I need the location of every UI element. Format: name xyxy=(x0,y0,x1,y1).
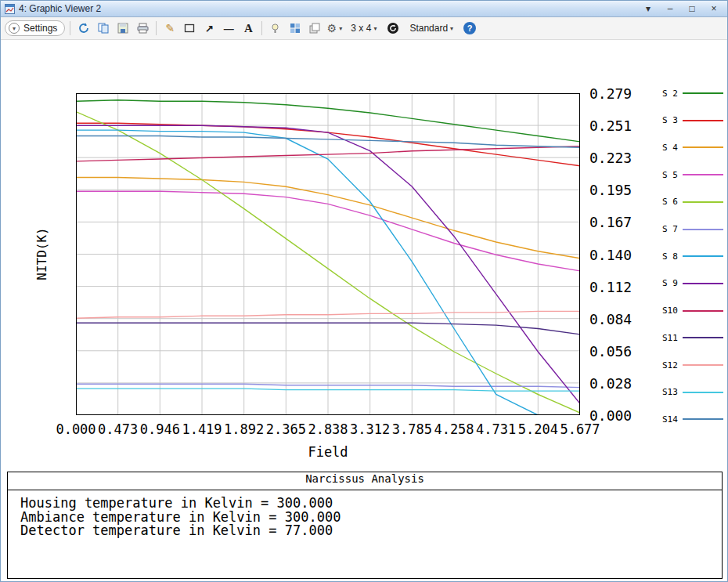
legend-item: S 6 xyxy=(662,197,727,208)
pencil-tool-button[interactable]: ✎ xyxy=(161,20,178,37)
settings-button[interactable]: ▾ Settings xyxy=(5,20,65,36)
legend-label: S 9 xyxy=(662,278,683,288)
legend-line-swatch xyxy=(683,174,723,175)
legend-line-swatch xyxy=(683,146,723,148)
x-tick-label: 4.731 xyxy=(476,421,516,437)
grid-size-label: 3 x 4 xyxy=(351,23,371,34)
y-tick-label: 0.112 xyxy=(589,278,632,295)
legend-label: S12 xyxy=(662,360,683,371)
close-button[interactable]: × xyxy=(708,2,720,15)
legend-label: S13 xyxy=(662,387,683,397)
legend: S 2S 3S 4S 5S 6S 7S 8S 9S10S11S12S13S14 xyxy=(662,88,727,432)
legend-item: S14 xyxy=(662,414,727,425)
legend-line-swatch xyxy=(683,392,723,393)
help-button[interactable]: ? xyxy=(461,20,478,37)
text-icon: A xyxy=(244,22,253,35)
save-button[interactable] xyxy=(114,20,132,37)
rotate-button[interactable] xyxy=(384,20,402,37)
titlebar: 4: Graphic Viewer 2 ▾ – □ × xyxy=(1,1,727,17)
arrow-tool-button[interactable]: ↗ xyxy=(200,20,218,37)
settings-chevron-icon: ▾ xyxy=(9,23,20,34)
x-tick-label: 2.365 xyxy=(266,421,306,437)
text-tool-button[interactable]: A xyxy=(240,20,257,37)
x-tick-label: 0.000 xyxy=(56,421,96,437)
chevron-down-icon: ▾ xyxy=(450,25,453,32)
y-tick-label: 0.223 xyxy=(589,150,632,166)
y-tick-label: 0.084 xyxy=(589,310,632,327)
layers-icon xyxy=(309,23,320,34)
legend-line-swatch xyxy=(683,255,723,257)
legend-item: S 4 xyxy=(662,142,727,153)
x-tick-label: 5.677 xyxy=(560,421,600,437)
legend-label: S 6 xyxy=(662,197,683,207)
y-axis-title: NITD(K) xyxy=(34,227,49,280)
legend-line-swatch xyxy=(683,120,723,121)
x-tick-label: 1.419 xyxy=(182,421,222,437)
graphic-viewer-window: 4: Graphic Viewer 2 ▾ – □ × ▾ Settings xyxy=(0,0,728,582)
legend-item: S 3 xyxy=(662,115,727,126)
toolbar-separator xyxy=(261,21,262,35)
analysis-title: Narcissus Analysis xyxy=(8,472,722,490)
lamp-button[interactable] xyxy=(267,20,284,37)
legend-item: S12 xyxy=(662,360,727,371)
legend-item: S 9 xyxy=(662,278,727,289)
chevron-down-icon: ▾ xyxy=(339,25,342,32)
toolbar-separator xyxy=(156,21,157,35)
plot-settings-button[interactable]: ⚙ ▾ xyxy=(326,20,343,37)
x-tick-label: 4.258 xyxy=(434,421,474,437)
analysis-line: Detector temperature in Kelvin = 77.000 xyxy=(20,524,709,538)
grid-size-dropdown[interactable]: 3 x 4 ▾ xyxy=(345,20,382,36)
y-axis-tick-labels: 0.2790.2510.2230.1950.1670.1400.1120.084… xyxy=(589,93,644,415)
analysis-body: Housing temperature in Kelvin = 300.000A… xyxy=(8,490,722,538)
copy-button[interactable] xyxy=(95,20,112,37)
y-tick-label: 0.140 xyxy=(589,246,632,262)
maximize-button[interactable]: □ xyxy=(686,2,698,15)
window-menu-caret[interactable]: ▾ xyxy=(642,2,654,15)
line-icon: — xyxy=(224,23,234,34)
chart-region: NITD(K) 0.0000.4730.9461.4191.8922.3652.… xyxy=(1,40,727,469)
legend-label: S14 xyxy=(662,414,683,425)
settings-label: Settings xyxy=(23,23,57,34)
grid-layout-button[interactable] xyxy=(287,20,304,37)
save-icon xyxy=(117,23,128,34)
grid-icon xyxy=(290,23,301,34)
print-button[interactable] xyxy=(134,20,151,37)
x-tick-label: 0.473 xyxy=(98,421,138,437)
help-icon: ? xyxy=(463,22,476,34)
y-tick-label: 0.056 xyxy=(589,342,632,359)
legend-label: S 5 xyxy=(662,170,683,180)
print-icon xyxy=(137,23,149,34)
narcissus-analysis-panel: Narcissus Analysis Housing temperature i… xyxy=(7,472,723,579)
copy-icon xyxy=(98,23,109,34)
lamp-icon xyxy=(270,23,281,34)
legend-item: S 8 xyxy=(662,251,727,262)
toolbar-separator xyxy=(70,21,70,35)
window-title: 4: Graphic Viewer 2 xyxy=(19,3,101,14)
arrow-icon: ↗ xyxy=(205,23,214,34)
legend-label: S 2 xyxy=(662,89,683,99)
y-tick-label: 0.279 xyxy=(589,85,632,102)
line-tool-button[interactable]: — xyxy=(220,20,237,37)
legend-item: S13 xyxy=(662,387,727,398)
pencil-icon: ✎ xyxy=(165,22,175,34)
y-tick-label: 0.251 xyxy=(589,117,632,134)
style-dropdown[interactable]: Standard ▾ xyxy=(404,20,459,36)
x-axis-title: Field xyxy=(76,444,580,460)
rectangle-tool-button[interactable] xyxy=(181,20,198,37)
legend-line-swatch xyxy=(683,310,723,312)
legend-line-swatch xyxy=(683,418,723,420)
layers-button[interactable] xyxy=(306,20,323,37)
refresh-button[interactable] xyxy=(75,20,92,37)
x-tick-label: 0.946 xyxy=(140,421,180,437)
minimize-button[interactable]: – xyxy=(664,2,676,15)
legend-label: S 3 xyxy=(662,115,683,125)
legend-item: S11 xyxy=(662,332,727,343)
legend-item: S10 xyxy=(662,305,727,316)
legend-line-swatch xyxy=(683,283,723,284)
rotate-icon xyxy=(387,22,399,34)
x-tick-label: 1.892 xyxy=(224,421,264,437)
toolbar: ▾ Settings xyxy=(1,17,727,40)
legend-label: S 7 xyxy=(662,224,683,234)
x-tick-label: 5.204 xyxy=(518,421,558,437)
legend-label: S10 xyxy=(662,305,683,316)
